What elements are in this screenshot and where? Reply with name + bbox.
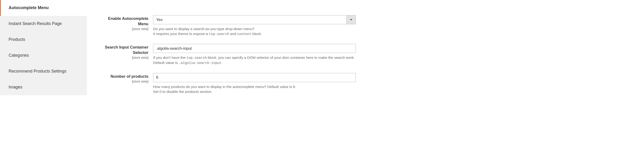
sidebar-item-images[interactable]: Images: [0, 79, 87, 95]
select-value: Yes: [153, 16, 346, 24]
number-of-products-input[interactable]: [153, 73, 356, 82]
field-label: Search Input Container Selector: [98, 45, 148, 56]
field-label-col: Enable Autocomplete Menu [store view]: [98, 15, 153, 31]
help-code: top.search: [209, 32, 229, 36]
sidebar-item-products[interactable]: Products: [0, 32, 87, 48]
chevron-down-icon: [346, 16, 356, 24]
config-layout: Autocomplete Menu Instant Search Results…: [0, 0, 644, 161]
sidebar-item-autocomplete-menu[interactable]: Autocomplete Menu: [0, 0, 87, 16]
help-code: .algolia-search-input: [179, 61, 221, 65]
field-number-of-products: Number of products [store view] How many…: [98, 73, 637, 94]
field-label-col: Search Input Container Selector [store v…: [98, 44, 153, 60]
config-sidebar: Autocomplete Menu Instant Search Results…: [0, 0, 87, 161]
sidebar-item-label: Images: [8, 85, 22, 89]
sidebar-item-recommend[interactable]: Recommend Products Settings: [0, 63, 87, 79]
field-scope: [store view]: [98, 80, 148, 83]
field-help: If you don't have the top.search block, …: [153, 55, 356, 65]
field-label: Number of products: [98, 74, 148, 79]
search-selector-input[interactable]: [153, 44, 356, 53]
field-help: How many products do you want to display…: [153, 84, 356, 94]
sidebar-item-label: Autocomplete Menu: [8, 5, 49, 10]
sidebar-item-label: Instant Search Results Page: [8, 21, 62, 26]
enable-autocomplete-select[interactable]: Yes: [153, 15, 356, 24]
help-text: If you don't have the: [153, 56, 186, 60]
field-control-col: Yes Do you want to display a search-as-y…: [153, 15, 356, 36]
help-text: and: [229, 32, 237, 36]
field-enable-autocomplete: Enable Autocomplete Menu [store view] Ye…: [98, 15, 637, 36]
help-text: It requires your theme to expose a: [153, 32, 209, 36]
help-code: content: [237, 32, 252, 36]
help-text: .: [221, 61, 222, 65]
sidebar-item-label: Recommend Products Settings: [8, 69, 66, 74]
field-scope: [store view]: [98, 56, 148, 60]
field-help: Do you want to display a search-as-you-t…: [153, 27, 356, 36]
help-text: Do you want to display a search-as-you-t…: [153, 27, 254, 31]
field-search-selector: Search Input Container Selector [store v…: [98, 44, 637, 65]
sidebar-item-instant-search[interactable]: Instant Search Results Page: [0, 16, 87, 32]
help-code: top.search: [186, 56, 207, 60]
field-label-col: Number of products [store view]: [98, 73, 153, 83]
help-text: How many products do you want to display…: [153, 85, 296, 89]
field-label: Enable Autocomplete Menu: [98, 16, 148, 27]
config-main: Enable Autocomplete Menu [store view] Ye…: [87, 0, 644, 161]
field-control-col: If you don't have the top.search block, …: [153, 44, 356, 65]
field-scope: [store view]: [98, 27, 148, 31]
help-text: block.: [252, 32, 262, 36]
sidebar-item-label: Categories: [8, 53, 29, 58]
sidebar-item-label: Products: [8, 37, 25, 42]
help-text: Set 0 to disable the products section.: [153, 90, 212, 94]
sidebar-item-categories[interactable]: Categories: [0, 48, 87, 63]
field-control-col: How many products do you want to display…: [153, 73, 356, 94]
